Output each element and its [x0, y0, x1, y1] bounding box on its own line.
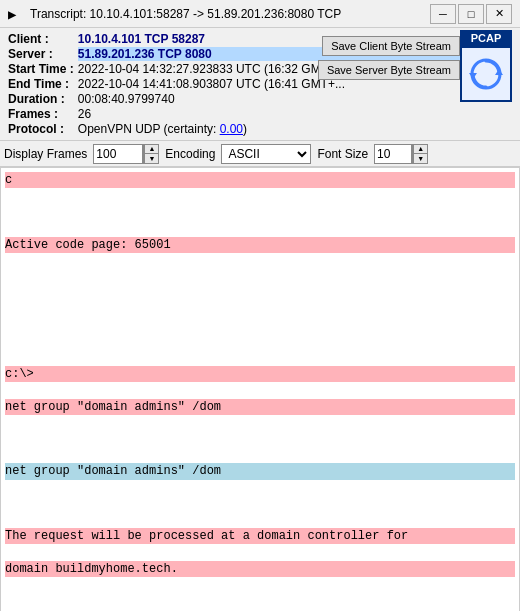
font-size-control: ▲ ▼ [374, 144, 428, 164]
svg-marker-1 [495, 69, 503, 75]
terminal-line: net group "domain admins" /dom [5, 463, 515, 479]
terminal-line: c:\> [5, 366, 515, 382]
font-size-up[interactable]: ▲ [413, 145, 427, 154]
app-icon: ▶ [8, 6, 24, 22]
display-frames-spinner: ▲ ▼ [143, 144, 159, 164]
start-time-label: Start Time : [8, 62, 78, 76]
terminal-line [5, 302, 515, 318]
display-frames-down[interactable]: ▼ [144, 154, 158, 163]
terminal-line [5, 431, 515, 447]
svg-marker-2 [469, 73, 477, 79]
display-frames-up[interactable]: ▲ [144, 145, 158, 154]
terminal-line [5, 593, 515, 609]
terminal-line [5, 496, 515, 512]
close-button[interactable]: ✕ [486, 4, 512, 24]
frames-value: 26 [78, 107, 512, 121]
protocol-label: Protocol : [8, 122, 78, 136]
pcap-refresh-icon [467, 55, 505, 93]
end-time-label: End Time : [8, 77, 78, 91]
terminal-line: Active code page: 65001 [5, 237, 515, 253]
terminal-line [5, 204, 515, 220]
action-buttons: Save Client Byte Stream Save Server Byte… [310, 34, 460, 80]
display-frames-control: ▲ ▼ [93, 144, 159, 164]
font-size-spinner: ▲ ▼ [412, 144, 428, 164]
window-title: Transcript: 10.10.4.101:58287 -> 51.89.2… [30, 7, 430, 21]
terminal-line: c [5, 172, 515, 188]
save-server-button[interactable]: Save Server Byte Stream [318, 60, 460, 80]
protocol-certainty: 0.00 [220, 122, 243, 136]
title-bar: ▶ Transcript: 10.10.4.101:58287 -> 51.89… [0, 0, 520, 28]
client-label: Client : [8, 32, 78, 46]
encoding-select[interactable]: ASCII UTF-8 Hex EBCDIC [221, 144, 311, 164]
duration-label: Duration : [8, 92, 78, 106]
protocol-text: OpenVPN UDP (certainty: [78, 122, 220, 136]
font-size-input[interactable] [374, 144, 412, 164]
protocol-value: OpenVPN UDP (certainty: 0.00) [78, 122, 512, 136]
terminal-line: domain buildmyhome.tech. [5, 561, 515, 577]
terminal-content[interactable]: c Active code page: 65001 c:\> net group… [0, 167, 520, 611]
terminal-line: The request will be processed at a domai… [5, 528, 515, 544]
duration-value: 00:08:40.9799740 [78, 92, 512, 106]
font-size-label: Font Size [317, 147, 368, 161]
terminal-line [5, 334, 515, 350]
protocol-paren: ) [243, 122, 247, 136]
encoding-label: Encoding [165, 147, 215, 161]
save-client-button[interactable]: Save Client Byte Stream [322, 36, 460, 56]
maximize-button[interactable]: □ [458, 4, 484, 24]
toolbar: Display Frames ▲ ▼ Encoding ASCII UTF-8 … [0, 141, 520, 167]
minimize-button[interactable]: ─ [430, 4, 456, 24]
display-frames-label: Display Frames [4, 147, 87, 161]
window-controls: ─ □ ✕ [430, 4, 512, 24]
font-size-down[interactable]: ▼ [413, 154, 427, 163]
pcap-icon: PCAP [460, 30, 512, 102]
terminal-line [5, 269, 515, 285]
terminal-line: net group "domain admins" /dom [5, 399, 515, 415]
server-label: Server : [8, 47, 78, 61]
frames-label: Frames : [8, 107, 78, 121]
display-frames-input[interactable] [93, 144, 143, 164]
info-panel: Client : 10.10.4.101 TCP 58287 Server : … [0, 28, 520, 141]
